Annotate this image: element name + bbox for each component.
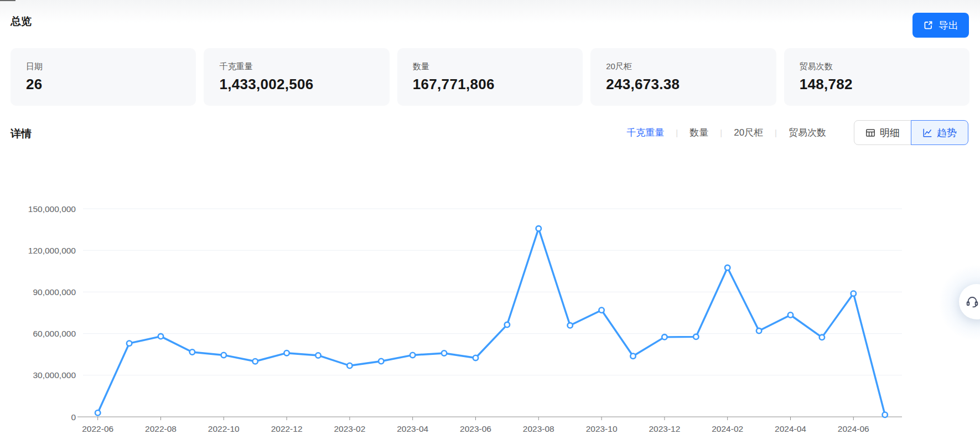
metric-tabs: 千克重量|数量|20尺柜|贸易次数 <box>626 126 826 139</box>
chart-point[interactable] <box>851 291 856 296</box>
x-axis-label: 2023-10 <box>586 424 618 433</box>
top-gradient <box>0 0 980 23</box>
stat-card: 数量167,771,806 <box>397 48 583 106</box>
x-axis-label: 2024-02 <box>712 424 743 433</box>
chart-point[interactable] <box>190 349 195 354</box>
external-link-icon <box>923 20 934 30</box>
stat-card: 20尺柜243,673.38 <box>590 48 776 106</box>
stat-card-label: 贸易次数 <box>800 62 954 70</box>
stat-card: 千克重量1,433,002,506 <box>204 48 389 106</box>
x-axis-label: 2023-04 <box>397 424 428 433</box>
metric-tab-2[interactable]: 数量 <box>689 126 708 139</box>
stat-card-label: 日期 <box>26 62 180 70</box>
chart-point[interactable] <box>442 350 447 355</box>
export-button-label: 导出 <box>938 19 958 32</box>
view-toggle: 明细趋势 <box>854 120 968 145</box>
details-title: 详情 <box>11 127 32 141</box>
chart-point[interactable] <box>820 335 825 340</box>
window-edge-mark <box>0 0 15 1</box>
stat-card-value: 167,771,806 <box>413 77 567 91</box>
trend-chart-area[interactable]: 150,000,000120,000,00090,000,00060,000,0… <box>0 151 980 439</box>
x-axis-label: 2023-08 <box>523 424 554 433</box>
trend-icon <box>922 128 932 138</box>
page-title: 总览 <box>11 14 32 29</box>
view-toggle-label: 趋势 <box>937 126 957 140</box>
x-axis-label: 2022-06 <box>82 424 113 433</box>
chart-point[interactable] <box>253 359 258 364</box>
stat-card-label: 千克重量 <box>219 62 374 70</box>
headset-icon <box>959 295 979 309</box>
y-axis-label: 60,000,000 <box>33 329 76 338</box>
y-axis-label: 150,000,000 <box>28 204 76 214</box>
page: 总览 导出 日期26千克重量1,433,002,506数量167,771,806… <box>0 0 980 439</box>
chart-point[interactable] <box>410 353 415 358</box>
view-toggle-detail[interactable]: 明细 <box>854 120 911 145</box>
y-axis-label: 30,000,000 <box>33 370 76 380</box>
details-controls: 千克重量|数量|20尺柜|贸易次数 明细趋势 <box>626 120 968 145</box>
trend-line <box>98 229 885 415</box>
x-axis-label: 2023-12 <box>649 424 680 433</box>
stat-card: 贸易次数148,782 <box>784 48 969 106</box>
chart-point[interactable] <box>662 334 667 339</box>
stat-card-value: 148,782 <box>800 77 954 91</box>
stat-card-value: 243,673.38 <box>606 77 760 91</box>
metric-tab-1[interactable]: 千克重量 <box>626 126 664 139</box>
chart-point[interactable] <box>127 340 132 345</box>
x-axis-label: 2023-06 <box>460 424 491 433</box>
tab-divider: | <box>775 128 777 137</box>
metric-tab-4[interactable]: 贸易次数 <box>789 126 826 139</box>
chart-point[interactable] <box>95 410 100 415</box>
y-axis-label: 120,000,000 <box>28 246 76 255</box>
y-axis-label: 90,000,000 <box>33 287 76 297</box>
tab-divider: | <box>720 128 722 137</box>
chart-point[interactable] <box>883 412 888 417</box>
view-toggle-active-trend[interactable]: 趋势 <box>911 120 968 145</box>
x-axis-label: 2023-02 <box>334 424 365 433</box>
y-axis-label: 0 <box>71 412 76 422</box>
trend-chart[interactable]: 150,000,000120,000,00090,000,00060,000,0… <box>0 151 980 439</box>
stat-card-value: 26 <box>26 77 180 91</box>
chart-point[interactable] <box>536 226 541 231</box>
x-axis-label: 2024-06 <box>838 424 869 433</box>
tab-divider: | <box>676 128 678 137</box>
stat-card: 日期26 <box>11 48 196 106</box>
chart-point[interactable] <box>158 334 163 339</box>
metric-tab-3[interactable]: 20尺柜 <box>734 126 763 139</box>
chart-point[interactable] <box>378 359 383 364</box>
chart-point[interactable] <box>756 328 761 333</box>
chart-point[interactable] <box>568 323 573 328</box>
chart-point[interactable] <box>347 363 352 368</box>
chart-point[interactable] <box>788 312 793 317</box>
x-axis-label: 2022-12 <box>271 424 303 433</box>
export-button[interactable]: 导出 <box>912 13 969 38</box>
stat-card-label: 数量 <box>413 62 567 70</box>
chart-point[interactable] <box>221 353 226 358</box>
chart-point[interactable] <box>315 353 320 358</box>
stat-card-value: 1,433,002,506 <box>219 77 374 91</box>
stats-row: 日期26千克重量1,433,002,506数量167,771,80620尺柜24… <box>11 48 969 106</box>
x-axis-label: 2024-04 <box>775 424 806 433</box>
chart-point[interactable] <box>505 322 510 327</box>
stat-card-label: 20尺柜 <box>606 62 760 70</box>
chart-point[interactable] <box>599 308 604 313</box>
chart-point[interactable] <box>473 355 478 360</box>
chart-point[interactable] <box>284 350 289 355</box>
x-axis-label: 2022-08 <box>145 424 177 433</box>
table-icon <box>865 128 875 138</box>
chart-point[interactable] <box>693 334 698 339</box>
chart-point[interactable] <box>725 265 730 270</box>
chart-point[interactable] <box>630 354 635 359</box>
view-toggle-label: 明细 <box>880 126 900 140</box>
x-axis-label: 2022-10 <box>208 424 240 433</box>
